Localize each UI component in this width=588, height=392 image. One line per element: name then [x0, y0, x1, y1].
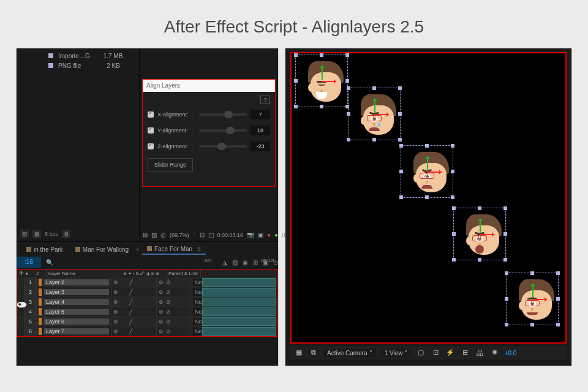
layer-color-icon[interactable] — [39, 288, 42, 296]
new-comp-icon[interactable]: ▦ — [32, 230, 41, 238]
slider-range-button[interactable]: Slider Range — [148, 158, 193, 172]
slider-value[interactable]: 7 — [251, 110, 270, 119]
layer-name-cell[interactable]: Layer 5 — [37, 307, 111, 316]
layer-name-cell[interactable]: Layer 6 — [37, 317, 111, 326]
pixel-aspect-icon[interactable]: ⊡ — [431, 349, 440, 357]
pickwhip-icon[interactable]: ⊚ — [159, 328, 164, 334]
face-layer[interactable] — [453, 208, 506, 260]
layer-switches[interactable]: ⊛╱ — [111, 317, 157, 326]
slider-thumb[interactable] — [226, 127, 235, 134]
layer-switches[interactable]: ⊛╱ — [111, 277, 157, 287]
link-icon[interactable]: ⊘ — [166, 318, 171, 325]
search-icon[interactable]: 🔍 — [46, 259, 53, 266]
checkbox[interactable] — [148, 111, 154, 118]
layer-name[interactable]: Layer 4 — [44, 299, 109, 305]
lock-toggle[interactable] — [17, 277, 24, 287]
y-axis-icon[interactable] — [374, 99, 375, 113]
grid-icon[interactable]: ▥ — [151, 232, 157, 239]
timeline-tracks[interactable] — [202, 277, 276, 336]
x-axis-icon[interactable] — [480, 234, 494, 235]
alpha-icon[interactable]: ▦ — [294, 349, 304, 357]
slider-value[interactable]: 18 — [251, 126, 270, 135]
slider-thumb[interactable] — [217, 143, 226, 150]
tab-face[interactable]: Face For Man≡ — [142, 244, 206, 255]
trash-icon[interactable]: 🗑 — [62, 230, 70, 238]
current-time[interactable]: :16 — [17, 257, 41, 268]
timecode-value[interactable]: 0:00:03:16 — [217, 232, 244, 238]
channel-red-icon[interactable]: ● — [267, 232, 271, 239]
lock-toggle[interactable] — [17, 307, 24, 316]
channel-green-icon[interactable]: ● — [274, 232, 278, 239]
project-item[interactable]: PNG file 2 KB — [47, 61, 278, 70]
lock-toggle[interactable] — [17, 287, 24, 296]
lock-toggle[interactable] — [17, 317, 24, 326]
layer-switches[interactable]: ⊛╱ — [111, 297, 157, 306]
layer-name[interactable]: Layer 2 — [44, 279, 109, 285]
help-button[interactable]: ? — [260, 96, 270, 104]
layer-color-icon[interactable] — [39, 328, 42, 335]
link-icon[interactable]: ⊘ — [166, 328, 171, 334]
panel-divider[interactable] — [139, 48, 140, 241]
views-select[interactable]: 1 View˅ — [381, 349, 412, 357]
fast-preview-icon[interactable]: ⚡ — [445, 349, 455, 357]
timeline-icon[interactable]: ⊞ — [460, 349, 470, 357]
col-switches[interactable]: ⊛ ✦ ⧵ fx 🖉 ◑ ⊘ ⊕ — [121, 270, 167, 277]
pickwhip-icon[interactable]: ⊚ — [159, 318, 164, 325]
exposure-value[interactable]: +0.0 — [504, 350, 516, 356]
slider-track[interactable] — [199, 113, 247, 116]
slider-track[interactable] — [199, 129, 247, 132]
y-axis-icon[interactable] — [322, 66, 323, 80]
checkbox[interactable] — [148, 143, 154, 149]
bpc-label[interactable]: 8 bpc — [45, 231, 58, 237]
layer-name[interactable]: Layer 5 — [44, 309, 109, 315]
exposure-reset-icon[interactable]: ✺ — [489, 349, 499, 357]
col-parent[interactable]: Parent & Link — [167, 270, 201, 277]
camera-select[interactable]: Active Camera˅ — [323, 349, 376, 357]
y-axis-icon[interactable] — [427, 156, 428, 171]
slider-thumb[interactable] — [224, 111, 233, 118]
layer-name-cell[interactable]: Layer 2 — [37, 277, 111, 287]
face-layer[interactable] — [401, 145, 453, 198]
mask-icon[interactable]: ◎ — [160, 232, 166, 239]
show-snap-icon[interactable]: ▣ — [258, 232, 263, 239]
layer-switches[interactable]: ⊛╱ — [111, 326, 157, 336]
magnify-icon[interactable]: ⊞ — [143, 232, 148, 239]
lock-toggle[interactable] — [17, 326, 24, 336]
slider-track[interactable] — [199, 145, 247, 148]
face-layer[interactable] — [506, 273, 559, 325]
visibility-toggle[interactable]: 👁 — [17, 302, 27, 307]
layer-color-icon[interactable] — [39, 308, 42, 315]
x-axis-icon[interactable] — [532, 299, 547, 300]
composition-viewer[interactable] — [290, 52, 567, 344]
tab-walking[interactable]: Man For Walking — [70, 245, 134, 254]
x-axis-icon[interactable] — [427, 172, 442, 173]
link-icon[interactable]: ⊘ — [166, 299, 171, 305]
project-item[interactable]: Importe…G 1.7 MB — [47, 51, 278, 61]
layer-name-cell[interactable]: Layer 7 — [37, 326, 111, 336]
link-icon[interactable]: ⊘ — [166, 309, 171, 315]
x-axis-icon[interactable] — [374, 114, 389, 115]
pickwhip-icon[interactable]: ⊚ — [159, 309, 164, 315]
layer-name[interactable]: Layer 6 — [44, 318, 109, 325]
tab-park[interactable]: in the Park — [21, 245, 68, 254]
flowchart-icon[interactable]: 品 — [475, 349, 484, 357]
face-layer[interactable] — [348, 88, 401, 140]
layer-color-icon[interactable] — [39, 279, 42, 286]
3d-icon[interactable]: ⧉ — [309, 349, 318, 357]
col-index[interactable]: # — [34, 270, 47, 277]
res-icon[interactable]: ⊡ — [200, 232, 205, 239]
layer-switches[interactable]: ⊛╱ — [111, 307, 157, 316]
layer-name[interactable]: Layer 3 — [44, 289, 109, 295]
slider-value[interactable]: -23 — [251, 141, 270, 151]
zoom-value[interactable]: (69.7%) — [170, 232, 189, 238]
pickwhip-icon[interactable]: ⊚ — [159, 299, 164, 305]
region-icon[interactable]: ◫ — [208, 232, 214, 239]
layer-color-icon[interactable] — [39, 298, 42, 306]
layer-color-icon[interactable] — [39, 318, 42, 325]
layer-name[interactable]: Layer 7 — [44, 328, 109, 334]
y-axis-icon[interactable] — [480, 219, 481, 233]
toggle-icon[interactable]: ▢ — [416, 349, 426, 357]
x-axis-icon[interactable] — [322, 81, 336, 82]
y-axis-icon[interactable] — [532, 284, 533, 298]
col-visibility[interactable]: 👁 ● — [17, 270, 34, 277]
